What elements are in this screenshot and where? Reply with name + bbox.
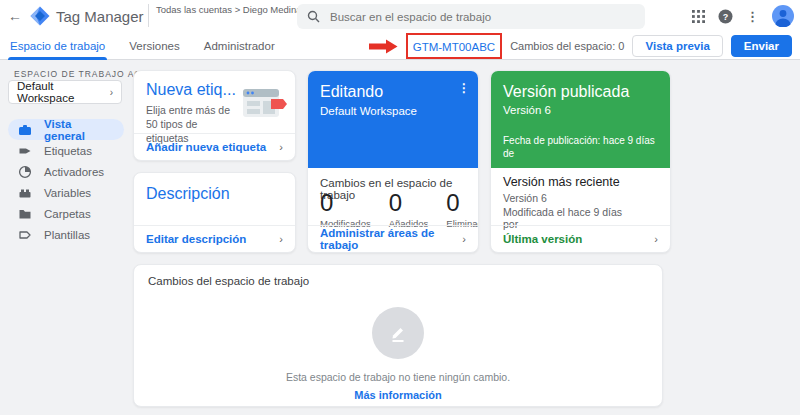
chevron-right-icon: › (654, 233, 658, 245)
stat-value: 0 (389, 189, 429, 217)
edit-description-footer[interactable]: Editar descripción › (134, 225, 295, 252)
add-new-tag-link[interactable]: Añadir nueva etiqueta (146, 141, 266, 153)
sidebar-item-label: Vista general (44, 118, 114, 142)
tab-versiones[interactable]: Versiones (129, 32, 180, 60)
stat-value: 0 (320, 189, 371, 217)
tabs: Espacio de trabajo Versiones Administrad… (10, 32, 275, 60)
overview-icon (18, 123, 32, 137)
tab-espacio-de-trabajo[interactable]: Espacio de trabajo (10, 32, 105, 60)
new-tag-card: Nueva etiq... Elija entre más de 50 tipo… (133, 70, 296, 161)
latest-version-link[interactable]: Última versión (503, 233, 582, 245)
chevron-right-icon: › (462, 233, 466, 245)
avatar[interactable] (772, 5, 794, 27)
help-icon[interactable]: ? (718, 9, 733, 24)
breadcrumb[interactable]: Todas las cuentas > Diego Medina (156, 4, 302, 15)
workspace-changes-count: Cambios del espacio: 0 (510, 40, 624, 52)
add-new-tag-footer[interactable]: Añadir nueva etiqueta › (134, 133, 295, 160)
search-icon (307, 10, 320, 23)
app-title: Tag Manager (56, 8, 144, 25)
back-arrow-icon[interactable]: ← (8, 8, 22, 24)
folder-icon (18, 207, 32, 221)
trigger-icon (18, 165, 32, 179)
container-id[interactable]: GTM-MT00ABC (413, 41, 495, 53)
sidebar-item-activadores[interactable]: Activadores (8, 161, 124, 182)
publish-date-line1: Fecha de publicación: hace 9 días (503, 134, 655, 147)
overflow-menu-icon[interactable]: ⋮ (746, 9, 759, 24)
main-content: ESPACIO DE TRABAJO ACTUAL Default Worksp… (0, 60, 800, 415)
workspace-change-stats: 0 Modificados 0 Añadidos 0 Eliminados (320, 189, 466, 229)
preview-button[interactable]: Vista previa (632, 35, 722, 57)
description-title: Descripción (146, 185, 230, 203)
more-info-link[interactable]: Más información (354, 389, 441, 401)
workspace-selector[interactable]: Default Workspace › (8, 80, 122, 104)
stat-modified: 0 Modificados (320, 189, 371, 229)
sidebar-item-variables[interactable]: Variables (8, 182, 124, 203)
workspace-selector-name: Default Workspace (17, 80, 110, 104)
sidebar-item-label: Plantillas (44, 229, 90, 241)
sidebar-item-plantillas[interactable]: Plantillas (8, 224, 124, 245)
description-card: Descripción Editar descripción › (133, 172, 296, 253)
edit-description-link[interactable]: Editar descripción (146, 233, 246, 245)
editing-workspace-name: Default Workspace (320, 105, 466, 117)
card-menu-icon[interactable]: ⋮ (458, 81, 470, 95)
publish-date-line2: de (503, 147, 655, 160)
red-callout-arrow-icon (369, 39, 398, 54)
workspace-changes-card: Cambios del espacio de trabajo Esta espa… (133, 264, 663, 407)
chevron-right-icon: › (279, 141, 283, 153)
published-version-number: Versión 6 (503, 104, 658, 116)
chevron-right-icon: › (279, 233, 283, 245)
stat-deleted: 0 Eliminados (446, 189, 479, 229)
manage-workspaces-link[interactable]: Administrar áreas de trabajo (320, 227, 462, 251)
publish-date: Fecha de publicación: hace 9 días de (503, 134, 655, 160)
tab-administrador[interactable]: Administrador (204, 32, 275, 60)
tag-illustration-icon (241, 85, 287, 127)
latest-version-title: Versión más reciente (503, 175, 622, 189)
svg-text:?: ? (723, 11, 729, 21)
latest-version-block: Versión más reciente Versión 6 Modificad… (503, 175, 622, 230)
tag-manager-app: ← Tag Manager Todas las cuentas > Diego … (0, 0, 800, 415)
published-version-card: Versión publicada Versión 6 Fecha de pub… (490, 70, 671, 253)
modified-line1: Modificada el hace 9 días (503, 206, 622, 218)
sidebar-item-etiquetas[interactable]: Etiquetas (8, 140, 124, 161)
sidebar-item-label: Carpetas (44, 208, 91, 220)
manage-workspaces-footer[interactable]: Administrar áreas de trabajo › (308, 225, 478, 252)
header-divider (148, 4, 149, 27)
search-input[interactable] (330, 11, 610, 23)
sidebar-item-label: Activadores (44, 166, 104, 178)
submit-button[interactable]: Enviar (731, 35, 792, 57)
search-bar[interactable] (297, 4, 645, 29)
pencil-icon (372, 307, 424, 359)
sidebar-nav: Vista general Etiquetas Activadores Vari… (8, 119, 124, 245)
new-tag-title: Nueva etiq... (146, 81, 236, 99)
workspace-changes-title: Cambios del espacio de trabajo (148, 275, 309, 287)
empty-state-text: Esta espacio de trabajo no tiene ningún … (134, 371, 662, 383)
editing-title: Editando (320, 83, 466, 101)
stat-added: 0 Añadidos (389, 189, 429, 229)
tab-bar: Espacio de trabajo Versiones Administrad… (0, 32, 800, 60)
stat-value: 0 (446, 189, 479, 217)
published-card-header: Versión publicada Versión 6 Fecha de pub… (491, 71, 670, 168)
sidebar-item-carpetas[interactable]: Carpetas (8, 203, 124, 224)
workspace-toolbar: GTM-MT00ABC Cambios del espacio: 0 Vista… (369, 32, 792, 60)
header-actions: ? ⋮ (692, 0, 794, 32)
editing-card-header: Editando Default Workspace ⋮ (308, 71, 478, 168)
editing-workspace-card: Editando Default Workspace ⋮ Cambios en … (307, 70, 479, 253)
empty-state: Esta espacio de trabajo no tiene ningún … (134, 307, 662, 403)
tag-manager-logo-icon (30, 6, 50, 30)
top-header: ← Tag Manager Todas las cuentas > Diego … (0, 0, 800, 32)
sidebar-item-label: Etiquetas (44, 145, 92, 157)
templates-icon (18, 228, 32, 242)
sidebar-item-vista-general[interactable]: Vista general (8, 119, 124, 140)
apps-grid-icon[interactable] (692, 10, 705, 23)
latest-version-footer[interactable]: Última versión › (491, 225, 670, 252)
published-title: Versión publicada (503, 83, 658, 101)
tag-icon (18, 144, 32, 158)
sidebar-item-label: Variables (44, 187, 91, 199)
chevron-right-icon: › (110, 87, 113, 98)
variables-brick-icon (18, 186, 32, 200)
container-id-highlight[interactable]: GTM-MT00ABC (406, 33, 502, 59)
latest-version-number: Versión 6 (503, 192, 622, 204)
